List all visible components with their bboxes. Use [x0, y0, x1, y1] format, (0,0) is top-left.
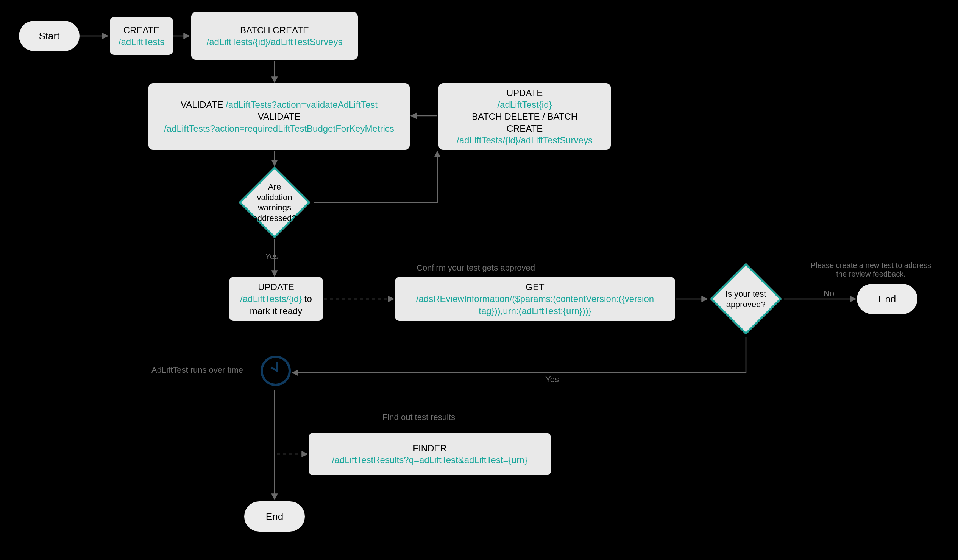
finder-title: FINDER [413, 442, 446, 454]
decision-text: Are validation warnings addressed? [253, 182, 297, 223]
process-update-ready: UPDATE /adLiftTests/{id} to mark it read… [229, 277, 323, 321]
edge-label-find-results: Find out test results [382, 413, 455, 422]
terminal-label: End [266, 511, 283, 522]
edge-label-yes-down: Yes [265, 252, 279, 261]
ur-body: /adLiftTests/{id} to mark it ready [235, 293, 318, 316]
edge-label-yes-back: Yes [545, 375, 559, 384]
ur-path: /adLiftTests/{id} [240, 294, 302, 304]
process-path: /adLiftTests [119, 36, 164, 47]
validate-pre: VALIDATE [181, 100, 226, 110]
process-validate: VALIDATE /adLiftTests?action=validateAdL… [148, 83, 410, 150]
edge-label-no: No [823, 289, 834, 299]
decision-text: Is your test approved? [725, 289, 766, 309]
ub-line1: UPDATE [507, 87, 543, 99]
process-finder: FINDER /adLiftTestResults?q=adLiftTest&a… [309, 433, 551, 475]
process-batch-create: BATCH CREATE /adLiftTests/{id}/adLiftTes… [191, 12, 358, 60]
ur-title: UPDATE [258, 281, 294, 293]
process-update-batch: UPDATE /adLiftTest{id} BATCH DELETE / BA… [438, 83, 611, 150]
terminal-label: End [879, 293, 896, 305]
validate-path2: /adLiftTests?action=requiredLiftTestBudg… [164, 123, 394, 134]
terminal-end-right: End [857, 284, 917, 314]
clock-icon [260, 356, 291, 386]
ub-line2: BATCH DELETE / BATCH CREATE [457, 111, 593, 134]
process-create: CREATE /adLiftTests [110, 17, 173, 55]
validate-path1: /adLiftTests?action=validateAdLiftTest [226, 100, 377, 110]
edge-label-feedback: Please create a new test to address the … [809, 261, 933, 278]
validate-line1: VALIDATE /adLiftTests?action=validateAdL… [181, 99, 377, 111]
ub-path1: /adLiftTest{id} [497, 99, 552, 111]
process-title: BATCH CREATE [240, 24, 309, 36]
gr-path: /adsREviewInformation/($params:(contentV… [403, 293, 668, 316]
validate-line2: VALIDATE [258, 111, 300, 122]
edge-label-confirm: Confirm your test gets approved [417, 263, 535, 273]
edge-label-runs-over-time: AdLiftTest runs over time [151, 365, 243, 375]
terminal-start: Start [19, 21, 79, 51]
finder-path: /adLiftTestResults?q=adLiftTest&adLiftTe… [332, 454, 527, 466]
ub-path2: /adLiftTests/{id}/adLiftTestSurveys [457, 134, 593, 146]
terminal-label: Start [39, 30, 60, 42]
process-get-review: GET /adsREviewInformation/($params:(cont… [395, 277, 675, 321]
gr-title: GET [526, 281, 544, 293]
decision-warnings: Are validation warnings addressed? [239, 166, 311, 238]
process-path: /adLiftTests/{id}/adLiftTestSurveys [207, 36, 343, 47]
decision-approved: Is your test approved? [710, 263, 782, 335]
process-title: CREATE [124, 24, 160, 36]
terminal-end-bottom: End [244, 501, 305, 532]
